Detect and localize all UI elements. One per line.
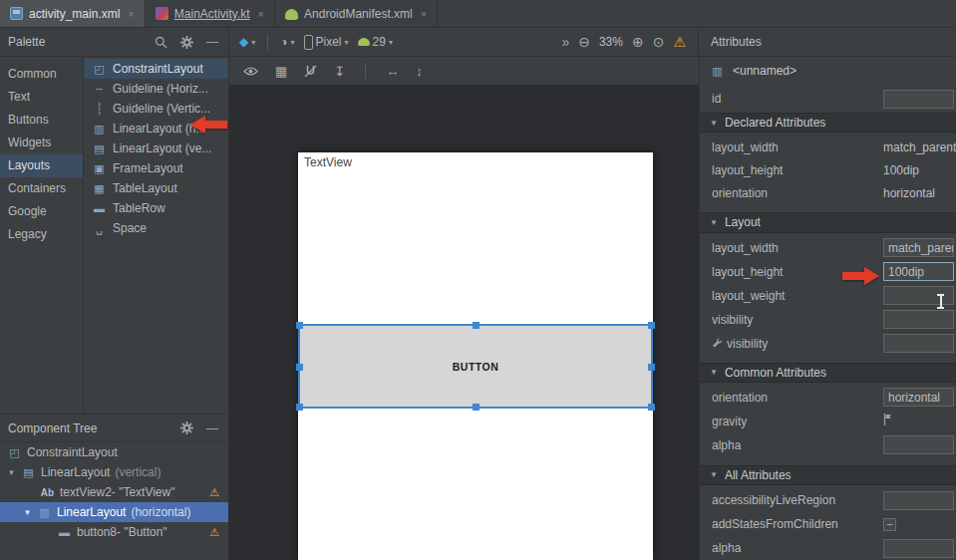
- editor-tabbar: activity_main.xml × MainActivity.kt × An…: [0, 0, 956, 28]
- selection-handle[interactable]: [296, 364, 303, 371]
- flag-icon[interactable]: [883, 414, 892, 428]
- zoom-to-fit-icon[interactable]: ⊙: [653, 34, 665, 50]
- warnings-icon[interactable]: ⚠: [673, 34, 686, 50]
- declared-attributes-group: layout_width match_parent layout_height …: [700, 133, 956, 204]
- blueprint-mode-icon[interactable]: ▦: [275, 64, 287, 79]
- theme-selector[interactable]: ◑ ▾: [280, 35, 294, 49]
- palette-category-google[interactable]: Google: [0, 200, 83, 223]
- palette-item-space[interactable]: ␣ Space: [84, 218, 228, 238]
- layout-attributes-group: layout_width match_parent layout_height …: [700, 233, 956, 356]
- palette-category-text[interactable]: Text: [0, 86, 83, 109]
- tab-activity-main-xml[interactable]: activity_main.xml ×: [0, 0, 146, 27]
- palette-category-common[interactable]: Common: [0, 63, 83, 86]
- device-name: Pixel: [316, 35, 342, 49]
- attributes-panel-header: Attributes: [699, 28, 956, 56]
- section-common-attributes[interactable]: ▼ Common Attributes: [700, 363, 956, 383]
- expand-vertical-icon[interactable]: ↕: [416, 64, 423, 79]
- section-all-attributes[interactable]: ▼ All Attributes: [700, 465, 956, 485]
- textview-widget[interactable]: TextView: [304, 155, 352, 169]
- guideline-horizontal-icon: ┄: [92, 83, 107, 96]
- device-selector[interactable]: Pixel ▾: [304, 35, 349, 50]
- expand-arrow-icon[interactable]: ▼: [7, 468, 16, 477]
- attribute-value[interactable]: 100dip: [883, 163, 919, 177]
- gear-icon[interactable]: [180, 421, 193, 434]
- selection-handle[interactable]: [473, 404, 479, 411]
- palette-categories: Common Text Buttons Widgets Layouts Cont…: [0, 57, 84, 414]
- palette-item-tablerow[interactable]: ▬ TableRow: [84, 198, 228, 218]
- alpha-input[interactable]: [883, 435, 954, 454]
- warning-icon[interactable]: ⚠: [209, 526, 219, 539]
- layout-width-combo[interactable]: match_parent: [883, 238, 954, 257]
- attribute-row: alpha: [700, 536, 956, 560]
- palette-category-layouts[interactable]: Layouts: [0, 154, 83, 177]
- palette-item-constraintlayout[interactable]: ◰ ConstraintLayout: [84, 59, 228, 79]
- close-tab-icon[interactable]: ×: [258, 8, 264, 20]
- selection-handle[interactable]: [473, 322, 479, 329]
- palette-item-framelayout[interactable]: ▣ FrameLayout: [84, 158, 228, 178]
- selection-handle[interactable]: [296, 322, 303, 329]
- layout-xml-file-icon: [10, 7, 23, 20]
- selected-linearlayout-widget[interactable]: BUTTON: [298, 324, 653, 409]
- view-options-icon[interactable]: [243, 66, 258, 77]
- gear-icon[interactable]: [180, 36, 193, 49]
- toolbar-overflow-icon[interactable]: »: [561, 34, 569, 50]
- palette-category-widgets[interactable]: Widgets: [0, 132, 83, 154]
- android-icon: [358, 38, 370, 46]
- section-declared-attributes[interactable]: ▼ Declared Attributes: [700, 113, 956, 133]
- tree-item-constraintlayout[interactable]: ◰ ConstraintLayout: [0, 442, 228, 462]
- zoom-in-icon[interactable]: ⊕: [632, 34, 644, 50]
- tree-item-button8[interactable]: ▬ button8- "Button" ⚠: [0, 522, 228, 542]
- tab-label: activity_main.xml: [29, 7, 120, 21]
- design-surface-selector[interactable]: ◆ ▾: [239, 35, 255, 49]
- zoom-out-icon[interactable]: ⊖: [578, 34, 590, 50]
- section-layout[interactable]: ▼ Layout: [700, 212, 956, 232]
- tab-mainactivity-kt[interactable]: MainActivity.kt ×: [146, 0, 275, 27]
- accessibility-live-region-combo[interactable]: [883, 491, 954, 510]
- close-tab-icon[interactable]: ×: [128, 8, 134, 20]
- selection-handle[interactable]: [648, 364, 655, 371]
- button-widget[interactable]: BUTTON: [453, 361, 499, 373]
- minimize-icon[interactable]: —: [206, 35, 218, 49]
- selection-handle[interactable]: [648, 322, 655, 329]
- palette-category-legacy[interactable]: Legacy: [0, 223, 83, 246]
- tree-item-linearlayout-vertical[interactable]: ▼ ▤ LinearLayout(vertical): [0, 462, 228, 482]
- tree-item-linearlayout-horizontal[interactable]: ▼ ▥ LinearLayout(horizontal): [0, 502, 228, 522]
- visibility-combo[interactable]: [883, 310, 954, 329]
- close-tab-icon[interactable]: ×: [421, 8, 427, 20]
- palette-category-buttons[interactable]: Buttons: [0, 109, 83, 132]
- annotation-arrow-layout-height: [842, 267, 879, 285]
- autoconnect-off-icon[interactable]: [304, 65, 317, 78]
- api-level-selector[interactable]: 29 ▾: [358, 35, 393, 49]
- tools-visibility-combo[interactable]: [883, 334, 954, 353]
- attribute-value[interactable]: horizontal: [883, 186, 935, 200]
- palette-category-containers[interactable]: Containers: [0, 177, 83, 200]
- tab-androidmanifest-xml[interactable]: AndroidManifest.xml ×: [275, 0, 438, 27]
- zoom-level[interactable]: 33%: [599, 35, 623, 49]
- default-margins-icon[interactable]: ↧: [334, 64, 345, 79]
- palette-item-tablelayout[interactable]: ▦ TableLayout: [84, 178, 228, 198]
- palette-item-guideline-horizontal[interactable]: ┄ Guideline (Horiz...: [84, 79, 228, 99]
- device-canvas[interactable]: TextView BUTTON: [298, 152, 653, 560]
- tree-item-textview2[interactable]: Ab textView2- "TextView" ⚠: [0, 482, 228, 502]
- attribute-value[interactable]: match_parent: [883, 140, 956, 154]
- palette-item-linearlayout-vertical[interactable]: ▤ LinearLayout (ve...: [84, 139, 228, 158]
- selection-handle[interactable]: [648, 404, 655, 411]
- design-surface[interactable]: ▦ ↧ ↔ ↕ TextView BUTTON: [229, 57, 699, 560]
- kotlin-file-icon: [156, 7, 168, 20]
- orientation-combo[interactable]: horizontal: [883, 388, 954, 407]
- search-icon[interactable]: [155, 36, 167, 49]
- space-icon: ␣: [92, 222, 107, 235]
- layout-height-combo[interactable]: 100dip: [883, 262, 954, 281]
- align-horizontal-icon[interactable]: ↔: [386, 64, 399, 79]
- collapse-icon: ▼: [710, 368, 718, 377]
- attributes-panel: ▥ <unnamed> id ▼ Declared Attributes lay…: [699, 57, 956, 560]
- selection-handle[interactable]: [296, 404, 303, 411]
- alpha-input[interactable]: [883, 539, 954, 558]
- tree-item-label: LinearLayout: [41, 465, 110, 479]
- id-input[interactable]: [883, 90, 954, 109]
- expand-arrow-icon[interactable]: ▼: [23, 508, 32, 517]
- warning-icon[interactable]: ⚠: [209, 486, 219, 499]
- add-states-from-children-checkbox[interactable]: –: [883, 518, 896, 531]
- minimize-icon[interactable]: —: [206, 421, 218, 435]
- chevron-down-icon: ▾: [389, 38, 393, 47]
